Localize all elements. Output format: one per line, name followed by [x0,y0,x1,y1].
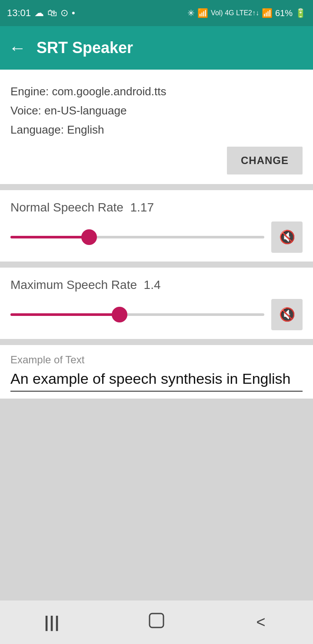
max-speech-section: Maximum Speech Rate 1.4 🔇 [0,268,313,339]
cloud-icon: ☁ [34,7,44,19]
example-text-section: Example of Text An example of speech syn… [0,345,313,399]
normal-slider-fill [10,236,89,238]
example-text-field[interactable]: An example of speech synthesis in Englis… [10,370,303,392]
voice-info-section: Engine: com.google.android.tts Voice: en… [0,70,313,184]
change-button[interactable]: CHANGE [227,147,303,174]
back-button[interactable]: ← [9,38,26,58]
max-slider-fill [10,313,120,316]
time: 13:01 [7,7,31,19]
svg-rect-0 [150,614,163,627]
normal-slider-thumb[interactable] [81,229,97,245]
sound-icon-2: 🔇 [279,307,295,322]
engine-text: Engine: com.google.android.tts [10,82,303,101]
max-speech-slider-container [10,304,264,325]
app-bar: ← SRT Speaker [0,26,313,70]
battery-icon: 🔋 [295,8,306,18]
max-speech-slider-row: 🔇 [10,299,303,330]
max-speech-sound-button[interactable]: 🔇 [271,299,303,330]
battery-text: 61% [275,8,293,18]
page-title: SRT Speaker [37,39,133,57]
sound-icon: 🔇 [279,229,295,245]
normal-speech-label: Normal Speech Rate 1.17 [10,201,303,215]
language-text: Language: English [10,120,303,139]
example-label: Example of Text [10,354,303,366]
back-nav-icon: < [256,613,265,631]
nav-bar: ||| < [0,600,313,644]
home-button[interactable] [135,609,178,635]
status-bar: 13:01 ☁ 🛍 ⊙ • ✳ 📶 Vol) 4G LTE2↑↓ 📶 61% 🔋 [0,0,313,26]
normal-speech-section: Normal Speech Rate 1.17 🔇 [0,190,313,262]
max-slider-thumb[interactable] [112,307,127,322]
status-bar-right: ✳ 📶 Vol) 4G LTE2↑↓ 📶 61% 🔋 [187,8,306,18]
normal-speech-slider-container [10,226,264,248]
divider-2 [0,262,313,268]
recents-button[interactable]: ||| [30,609,74,635]
status-bar-left: 13:01 ☁ 🛍 ⊙ • [7,7,75,19]
divider-3 [0,339,313,345]
normal-speech-slider-row: 🔇 [10,221,303,253]
divider-1 [0,184,313,190]
back-nav-button[interactable]: < [239,609,283,635]
bluetooth-icon: ✳ [187,8,195,18]
signal2-icon: 📶 [262,8,273,18]
bag-icon: 🛍 [47,7,57,19]
vol-lte-icon: Vol) 4G LTE2↑↓ [211,9,259,17]
home-icon [148,612,165,633]
dot-icon: • [72,7,75,19]
location-icon: ⊙ [60,7,68,19]
content-area: Engine: com.google.android.tts Voice: en… [0,70,313,629]
normal-speech-sound-button[interactable]: 🔇 [271,221,303,253]
divider-4 [0,399,313,629]
recents-icon: ||| [44,613,60,631]
signal-icon: 📶 [197,8,208,18]
voice-text: Voice: en-US-language [10,101,303,120]
max-speech-label: Maximum Speech Rate 1.4 [10,278,303,292]
